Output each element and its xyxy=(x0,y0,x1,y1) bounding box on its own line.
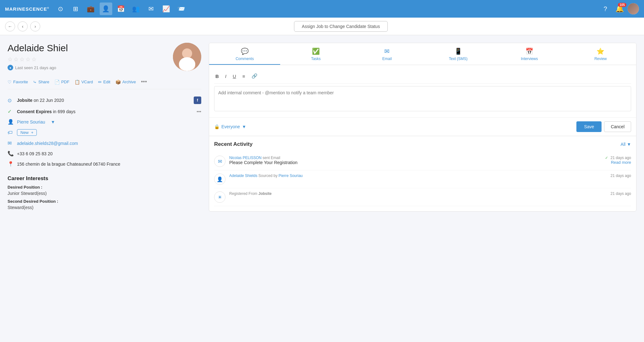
online-dot: ● xyxy=(8,65,13,70)
facebook-icon[interactable]: f xyxy=(194,97,201,104)
address-value: 156 chemin de la brague Chateauneuf 0674… xyxy=(17,162,201,167)
chart-icon[interactable]: 📈 xyxy=(160,3,173,15)
comments-icon: 💬 xyxy=(241,47,249,55)
grid-icon[interactable]: ⊞ xyxy=(69,3,82,15)
comment-input[interactable] xyxy=(214,86,631,111)
career-section-title: Career Interests xyxy=(8,175,201,182)
privacy-button[interactable]: 🔒 Everyone ▼ xyxy=(214,124,246,129)
desired-position-label: Desired Position : xyxy=(8,185,201,190)
activity-item: 👤 Adelaide Shields Sourced by Pierre Sou… xyxy=(214,170,631,188)
email-tab[interactable]: ✉ Email xyxy=(352,43,423,65)
recent-activity-section: Recent Activity All ▼ ✉ Nicolas PELISSON… xyxy=(209,136,636,211)
interviews-tab[interactable]: 📅 Interviews xyxy=(494,43,565,65)
inbox-icon[interactable]: 📨 xyxy=(175,3,188,15)
pdf-button[interactable]: 📄 PDF xyxy=(54,80,69,85)
help-icon[interactable]: ? xyxy=(599,3,612,15)
activity-item: ✉ Nicolas PELISSON sent Email Please Com… xyxy=(214,152,631,170)
comment-editor: B I U ≡ 🔗 xyxy=(209,65,636,117)
favorite-button[interactable]: ♡ Favorite xyxy=(8,80,28,85)
share-icon: ⤷ xyxy=(33,80,37,85)
tasks-tab[interactable]: ✅ Tasks xyxy=(280,43,351,65)
vcard-icon: 📋 xyxy=(75,80,80,85)
calendar-icon[interactable]: 📅 xyxy=(115,3,127,15)
notifications-button[interactable]: 🔔 105 xyxy=(615,5,624,13)
sms-icon: 📱 xyxy=(454,47,462,55)
email-icon: ✉ xyxy=(8,140,14,146)
actor-link[interactable]: Adelaide Shields xyxy=(229,174,257,178)
recent-activity-title: Recent Activity xyxy=(214,141,253,147)
interviews-icon: 📅 xyxy=(525,47,533,55)
read-more-button[interactable]: Read more xyxy=(605,160,631,165)
consent-more-button[interactable]: ••• xyxy=(197,109,201,114)
candidate-panel: Adelaide Shiel ☆ ☆ ☆ ☆ ☆ ● Last seen 21 … xyxy=(8,43,209,213)
consent-icon: ✓ xyxy=(8,108,14,114)
person-activity-icon: 👤 xyxy=(214,174,225,185)
jobsite-row: ⊙ Jobsite on 22 Jun 2020 f xyxy=(8,94,201,106)
star-rating[interactable]: ☆ ☆ ☆ ☆ ☆ xyxy=(8,56,168,63)
last-seen-indicator: ● Last seen 21 days ago xyxy=(8,65,168,70)
tasks-icon: ✅ xyxy=(312,47,320,55)
edit-button[interactable]: ✏ Edit xyxy=(98,80,110,85)
next-button[interactable]: › xyxy=(30,21,40,31)
email-row: ✉ adelaide.shields28@gmail.com xyxy=(8,138,201,148)
email-value[interactable]: adelaide.shields28@gmail.com xyxy=(17,141,201,146)
cancel-button[interactable]: Cancel xyxy=(604,121,631,132)
phone-icon: 📞 xyxy=(8,151,14,157)
heart-icon: ♡ xyxy=(8,80,12,85)
check-icon: ✓ xyxy=(605,156,608,160)
archive-button[interactable]: 📦 Archive xyxy=(115,80,136,85)
comments-tab[interactable]: 💬 Comments xyxy=(209,43,280,65)
bold-button[interactable]: B xyxy=(214,73,220,80)
all-activity-button[interactable]: All ▼ xyxy=(621,142,631,147)
vcard-button[interactable]: 📋 VCard xyxy=(75,80,93,85)
editor-footer: 🔒 Everyone ▼ Save Cancel xyxy=(209,117,636,136)
recruiter-link[interactable]: Pierre Souriau xyxy=(17,119,45,124)
dashboard-icon[interactable]: ⊙ xyxy=(54,3,67,15)
person-icon: 👤 xyxy=(8,119,14,125)
editor-toolbar: B I U ≡ 🔗 xyxy=(214,70,631,84)
tab-bar: 💬 Comments ✅ Tasks ✉ Email 📱 Text (SMS) … xyxy=(209,43,636,65)
actor-link[interactable]: Nicolas PELISSON xyxy=(229,156,262,160)
link-button[interactable]: 🔗 xyxy=(250,73,259,80)
email-nav-icon[interactable]: ✉ xyxy=(145,3,158,15)
review-tab[interactable]: ⭐ Review xyxy=(565,43,636,65)
people-icon[interactable]: 👤 xyxy=(100,3,112,15)
consent-row: ✓ Consent Expires in 699 days ••• xyxy=(8,106,201,117)
second-position-value: Steward(ess) xyxy=(8,205,201,210)
edit-icon: ✏ xyxy=(98,80,102,85)
underline-button[interactable]: U xyxy=(231,73,237,80)
share-button[interactable]: ⤷ Share xyxy=(33,80,49,85)
toolbar-bar: ← ‹ › Assign Job to Change Candidate Sta… xyxy=(0,18,644,35)
notification-badge: 105 xyxy=(618,3,626,7)
phone-value: +33 6 09 25 83 20 xyxy=(17,151,201,156)
address-row: 📍 156 chemin de la brague Chateauneuf 06… xyxy=(8,159,201,169)
jobsite-icon: ⊙ xyxy=(8,97,14,103)
prev-button[interactable]: ‹ xyxy=(18,21,28,31)
tag-row: 🏷 New + xyxy=(8,127,201,138)
location-icon: 📍 xyxy=(8,161,14,167)
activity-item: ☀ Registered From Jobsite 21 days ago xyxy=(214,188,631,206)
assign-job-button[interactable]: Assign Job to Change Candidate Status xyxy=(294,21,388,32)
back-button[interactable]: ← xyxy=(5,21,15,31)
new-tag[interactable]: New + xyxy=(17,129,37,136)
team-icon[interactable]: 👥 xyxy=(130,3,142,15)
second-position-label: Second Desired Position : xyxy=(8,199,201,204)
save-button[interactable]: Save xyxy=(576,121,602,132)
recruiter-row: 👤 Pierre Souriau ▼ xyxy=(8,117,201,127)
svg-point-1 xyxy=(182,48,192,58)
lock-icon: 🔒 xyxy=(214,124,219,129)
pdf-icon: 📄 xyxy=(54,80,60,85)
italic-button[interactable]: I xyxy=(224,73,228,80)
more-actions-button[interactable]: ••• xyxy=(141,79,147,85)
phone-row: 📞 +33 6 09 25 83 20 xyxy=(8,148,201,159)
briefcase-icon[interactable]: 💼 xyxy=(85,3,97,15)
sms-tab[interactable]: 📱 Text (SMS) xyxy=(423,43,494,65)
email-tab-icon: ✉ xyxy=(384,47,390,55)
recruiter-chevron[interactable]: ▼ xyxy=(51,119,55,124)
registered-activity-icon: ☀ xyxy=(214,191,225,203)
desired-position-value: Junior Steward(ess) xyxy=(8,191,201,196)
email-activity-icon: ✉ xyxy=(214,156,225,167)
list-button[interactable]: ≡ xyxy=(241,73,247,80)
user-avatar[interactable] xyxy=(628,3,639,14)
sourced-by-link[interactable]: Pierre Souriau xyxy=(279,174,303,178)
